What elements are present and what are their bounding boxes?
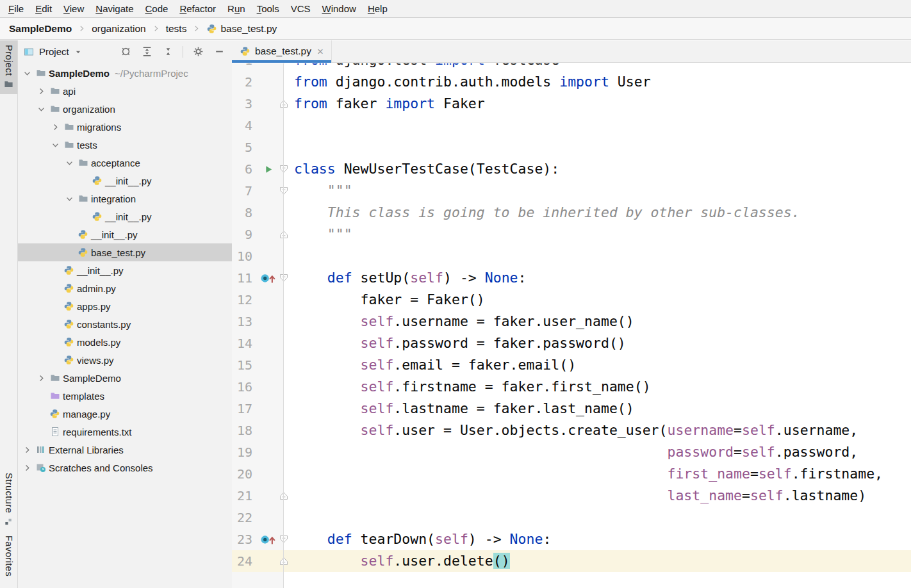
chevron-down-icon[interactable] [64, 193, 75, 204]
menu-code[interactable]: Code [140, 0, 174, 17]
chevron-down-icon[interactable] [22, 68, 33, 78]
code-text[interactable]: self.email = faker.email() [294, 354, 576, 376]
code-text[interactable]: last_name=self.lastname) [294, 485, 866, 507]
tree-item-admin-py[interactable]: admin.py [18, 279, 232, 297]
breadcrumb-base-test-py[interactable]: base_test.py [206, 23, 277, 35]
tree-item-organization[interactable]: organization [18, 100, 232, 118]
chevron-down-icon[interactable] [64, 158, 75, 168]
gutter-spacer [255, 224, 282, 245]
fold-marker-down-icon[interactable] [279, 274, 288, 282]
fold-marker-up-icon[interactable] [279, 99, 288, 108]
stripe-button-project[interactable]: Project [0, 40, 17, 94]
breadcrumb-organization[interactable]: organization [92, 23, 145, 35]
hide-icon[interactable] [213, 45, 226, 58]
tree-item-base-test-py[interactable]: base_test.py [18, 243, 232, 261]
tree-item-sampledemo[interactable]: SampleDemo [18, 369, 232, 387]
chevron-down-icon[interactable] [36, 104, 47, 114]
code-text[interactable]: from django.test import TestCase [294, 63, 559, 71]
close-icon[interactable]: × [317, 46, 324, 57]
code-text[interactable]: This class is going to be inherited by o… [294, 202, 800, 224]
editor-body[interactable]: 1from django.test import TestCase2from d… [232, 63, 911, 588]
project-panel-title[interactable]: Project [39, 46, 69, 57]
menu-navigate[interactable]: Navigate [90, 0, 139, 17]
settings-icon[interactable] [192, 45, 204, 58]
tree-item-tests[interactable]: tests [18, 136, 232, 154]
tree-item--init-py[interactable]: __init__.py [18, 261, 232, 279]
chevron-down-icon[interactable] [50, 140, 61, 150]
chevron-right-icon[interactable] [22, 462, 33, 473]
menu-help[interactable]: Help [362, 0, 393, 17]
tree-item-templates[interactable]: templates [18, 387, 232, 405]
menu-vcs[interactable]: VCS [285, 0, 316, 17]
breadcrumb-tests[interactable]: tests [166, 23, 187, 35]
tree-item-models-py[interactable]: models.py [18, 333, 232, 351]
menu-edit[interactable]: Edit [29, 0, 58, 17]
code-text[interactable]: self.password = faker.password() [294, 332, 626, 354]
tree-item-api[interactable]: api [18, 82, 232, 100]
run-test-icon[interactable] [255, 158, 282, 180]
code-text[interactable]: self.user.delete() [294, 550, 510, 572]
tree-item--init-py[interactable]: __init__.py [18, 208, 232, 225]
fold-marker-up-icon[interactable] [279, 230, 288, 239]
locate-icon[interactable] [119, 45, 132, 58]
tree-item-apps-py[interactable]: apps.py [18, 297, 232, 315]
tree-item-views-py[interactable]: views.py [18, 351, 232, 369]
tree-item--init-py[interactable]: __init__.py [18, 172, 232, 190]
fold-marker-up-icon[interactable] [279, 557, 288, 566]
tree-item--init-py[interactable]: __init__.py [18, 225, 232, 243]
tree-item-scratches-and-consoles[interactable]: Scratches and Consoles [18, 459, 232, 477]
code-text[interactable]: """ [294, 180, 352, 202]
chevron-right-icon[interactable] [36, 86, 47, 96]
collapse-all-icon[interactable] [161, 45, 174, 58]
code-text[interactable]: password=self.password, [294, 441, 858, 463]
fold-marker-down-icon[interactable] [279, 165, 288, 174]
menu-run[interactable]: Run [222, 0, 251, 17]
menu-window[interactable]: Window [316, 0, 362, 17]
chevron-right-icon[interactable] [50, 122, 61, 132]
tree-item-acceptance[interactable]: acceptance [18, 154, 232, 172]
code-text[interactable]: """ [294, 224, 352, 245]
menu-refactor[interactable]: Refactor [174, 0, 222, 17]
stripe-button-favorites[interactable]: Favorites [0, 531, 17, 581]
fold-marker-down-icon[interactable] [279, 186, 288, 195]
chevron-right-icon[interactable] [22, 445, 33, 455]
code-text[interactable]: self.firstname = faker.first_name() [294, 376, 651, 398]
tree-item-requirements-txt[interactable]: requirements.txt [18, 423, 232, 441]
tab-base-test-py[interactable]: base_test.py × [232, 40, 332, 62]
chevron-down-icon[interactable] [73, 47, 84, 57]
stripe-button-structure[interactable]: Structure [0, 468, 17, 531]
menu-tools[interactable]: Tools [251, 0, 285, 17]
overrides-method-icon[interactable] [255, 528, 282, 550]
code-text[interactable]: first_name=self.firstname, [294, 463, 883, 485]
code-text[interactable]: def setUp(self) -> None: [294, 267, 526, 289]
editor[interactable]: base_test.py × 1from django.test import … [232, 40, 911, 588]
menu-view[interactable]: View [58, 0, 90, 17]
code-text[interactable]: self.user = User.objects.create_user(use… [294, 420, 858, 441]
chevron-spacer [50, 355, 61, 365]
code-text[interactable]: faker = Faker() [294, 289, 485, 311]
menu-file[interactable]: File [3, 0, 29, 17]
tree-item-sampledemo[interactable]: SampleDemo~/PycharmProjec [18, 64, 232, 82]
tree-item-integration[interactable]: integration [18, 190, 232, 208]
tree-item-external-libraries[interactable]: External Libraries [18, 441, 232, 459]
tree-item-migrations[interactable]: migrations [18, 118, 232, 136]
gutter-spacer [255, 289, 282, 311]
code-text[interactable]: from django.contrib.auth.models import U… [294, 71, 651, 93]
tree-item-manage-py[interactable]: manage.py [18, 405, 232, 423]
expand-all-icon[interactable] [140, 45, 153, 58]
fold-marker-down-icon[interactable] [279, 63, 288, 65]
breadcrumb-sampledemo[interactable]: SampleDemo [9, 23, 72, 35]
code-text[interactable]: from faker import Faker [294, 93, 485, 115]
line-number: 6 [232, 158, 255, 180]
fold-marker-down-icon[interactable] [279, 535, 288, 544]
code-text[interactable]: self.username = faker.user_name() [294, 311, 634, 332]
tree-item-constants-py[interactable]: constants.py [18, 315, 232, 333]
code-text[interactable]: def tearDown(self) -> None: [294, 528, 551, 550]
code-line-4: 4 [232, 115, 911, 136]
overrides-method-icon[interactable] [255, 267, 282, 289]
fold-marker-up-icon[interactable] [279, 491, 288, 500]
code-text[interactable]: class NewUserTestCase(TestCase): [294, 158, 559, 180]
line-number: 7 [232, 180, 255, 202]
code-text[interactable]: self.lastname = faker.last_name() [294, 398, 634, 420]
chevron-right-icon[interactable] [36, 373, 47, 383]
